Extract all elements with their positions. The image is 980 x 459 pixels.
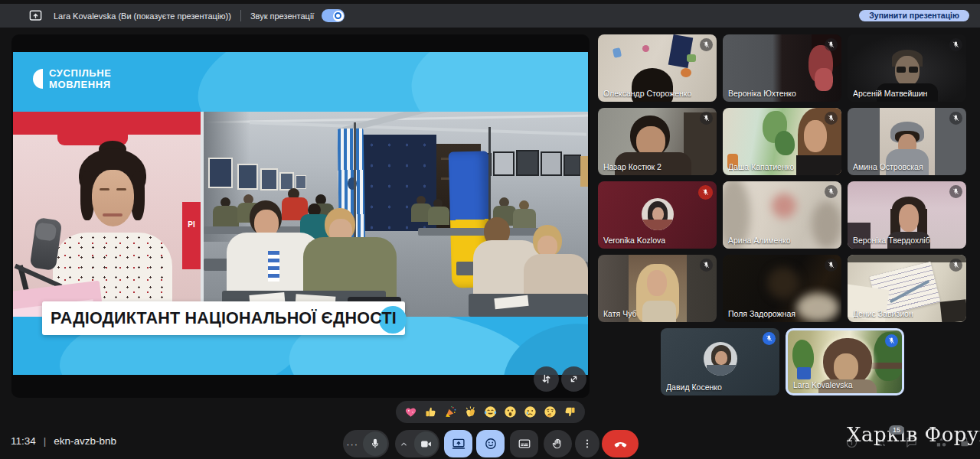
divider [240, 10, 241, 21]
present-screen-button[interactable] [444, 430, 472, 457]
crying-reaction[interactable] [524, 405, 537, 418]
participant-tile[interactable]: Даша Капатиенко [723, 108, 841, 175]
sparkling-heart-reaction[interactable] [404, 405, 417, 418]
reactions-bar [396, 401, 585, 423]
mic-button[interactable]: ··· [343, 430, 389, 457]
meeting-info: 11:34 | ekn-avzb-bnb [11, 435, 116, 447]
tv-title-text: РАДІОДИКТАНТ НАЦІОНАЛЬНОЇ ЄДНОСТІ [51, 309, 397, 328]
watermark-text: Харків Форум [847, 423, 980, 446]
expand-presentation-button[interactable] [561, 366, 586, 392]
participant-name: Катя Чуб [603, 309, 637, 318]
participant-name: Давид Косенко [666, 382, 722, 392]
mic-muted-icon [949, 112, 962, 125]
participant-tile[interactable]: Арина Алименко [723, 181, 841, 249]
mic-muted-icon [949, 38, 962, 51]
tv-broadcast-video: СУСПІЛЬНЕ МОВЛЕННЯ РІ [13, 52, 588, 375]
mic-muted-icon [698, 185, 713, 200]
participant-name: Назар Костюк 2 [603, 162, 662, 171]
self-view-tile[interactable]: Lara Kovalevska [786, 328, 904, 396]
mic-muted-icon [825, 185, 838, 198]
mic-options-icon[interactable]: ··· [343, 438, 361, 450]
meeting-code: ekn-avzb-bnb [54, 435, 116, 447]
red-side-banner: РІ [182, 202, 201, 269]
avatar [642, 198, 674, 230]
participant-tile[interactable]: Вероніка Юхтенко [723, 34, 841, 102]
participant-name: Вероніка Твердохліб [853, 236, 930, 245]
participant-name: Амина Островская [853, 162, 923, 171]
participant-tile[interactable]: Амина Островская [848, 108, 966, 175]
logo-line1: СУСПІЛЬНЕ [49, 67, 112, 79]
shared-presentation-stage: СУСПІЛЬНЕ МОВЛЕННЯ РІ [11, 34, 590, 398]
mic-muted-icon [825, 112, 838, 125]
participant-name: Денис Завизион [853, 309, 913, 318]
camera-icon [414, 431, 438, 456]
camera-button[interactable] [395, 430, 439, 457]
participant-tile[interactable]: Арсеній Матвейшин [848, 34, 966, 102]
hall-pane [204, 112, 588, 317]
clock-time: 11:34 [11, 435, 36, 447]
presenter-label: Lara Kovalevska (Ви (показуєте презентац… [54, 11, 231, 21]
participant-tile[interactable]: Veronika Kozlova [598, 181, 717, 249]
mic-muted-icon [700, 112, 713, 125]
participant-name: Veronika Kozlova [603, 236, 665, 245]
avatar [704, 342, 737, 376]
presentation-sound-toggle[interactable] [322, 9, 345, 22]
mic-muted-icon [825, 38, 838, 51]
mic-muted-icon [700, 259, 713, 272]
participant-count-badge: 15 [889, 425, 904, 435]
reactions-button[interactable] [476, 430, 505, 457]
thumbs-up-reaction[interactable] [424, 405, 437, 418]
mic-muted-icon [825, 259, 838, 272]
participant-tile[interactable]: Назар Костюк 2 [598, 108, 717, 175]
participant-tile[interactable]: Олександр Стороженко [598, 34, 717, 102]
participant-name: Lara Kovalevska [793, 380, 853, 389]
participant-tile[interactable]: Давид Косенко [661, 328, 779, 396]
participant-name: Арсеній Матвейшин [853, 89, 927, 98]
participant-name: Даша Капатиенко [728, 162, 794, 171]
captions-button[interactable] [510, 430, 538, 457]
more-options-button[interactable] [575, 430, 599, 457]
tv-top-band: СУСПІЛЬНЕ МОВЛЕННЯ [13, 52, 588, 112]
mic-icon [363, 431, 387, 456]
astonished-reaction[interactable] [504, 405, 517, 418]
speaker-face [92, 170, 134, 226]
tv-title-banner: РАДІОДИКТАНТ НАЦІОНАЛЬНОЇ ЄДНОСТІ [42, 301, 405, 335]
swap-presentation-button[interactable] [534, 366, 559, 392]
mic-muted-icon [949, 185, 962, 198]
participant-name: Арина Алименко [728, 236, 791, 245]
participant-tile[interactable]: Поля Задорожная [723, 255, 841, 322]
participant-tile[interactable]: Катя Чуб [598, 255, 717, 322]
mic-muted-icon [763, 332, 776, 345]
presentation-top-bar: Lara Kovalevska (Ви (показуєте презентац… [0, 4, 980, 28]
presentation-sound-label: Звук презентації [250, 11, 315, 21]
studio-speaker-pane: РІ [13, 112, 201, 317]
participant-tile[interactable]: Вероніка Твердохліб [848, 181, 966, 249]
thinking-reaction[interactable] [544, 405, 557, 418]
stop-presentation-button[interactable]: Зупинити презентацію [859, 10, 969, 22]
participant-name: Вероніка Юхтенко [728, 89, 796, 98]
mic-muted-icon [885, 334, 898, 347]
meet-window: Lara Kovalevska (Ви (показуєте презентац… [0, 0, 980, 459]
thumbs-down-reaction[interactable] [564, 405, 577, 418]
participant-name: Поля Задорожная [728, 309, 795, 318]
tears-of-joy-reaction[interactable] [484, 405, 497, 418]
toggle-knob [333, 11, 344, 21]
tv-scene: РІ [13, 112, 588, 317]
mic-muted-icon [700, 38, 713, 51]
participant-name: Олександр Стороженко [603, 89, 691, 98]
mic-muted-icon [949, 259, 962, 272]
leave-call-button[interactable] [602, 430, 639, 457]
raise-hand-button[interactable] [544, 430, 572, 457]
party-popper-reaction[interactable] [444, 405, 457, 418]
participant-tile[interactable]: Денис Завизион [848, 255, 966, 322]
clapping-hands-reaction[interactable] [464, 405, 477, 418]
suspilne-logo: СУСПІЛЬНЕ МОВЛЕННЯ [33, 67, 112, 90]
logo-line2: МОВЛЕННЯ [49, 79, 112, 90]
divider: | [44, 435, 47, 447]
present-screen-icon [28, 8, 44, 23]
suspilne-logo-mark [33, 69, 43, 89]
camera-options-chevron-icon[interactable] [395, 439, 413, 449]
